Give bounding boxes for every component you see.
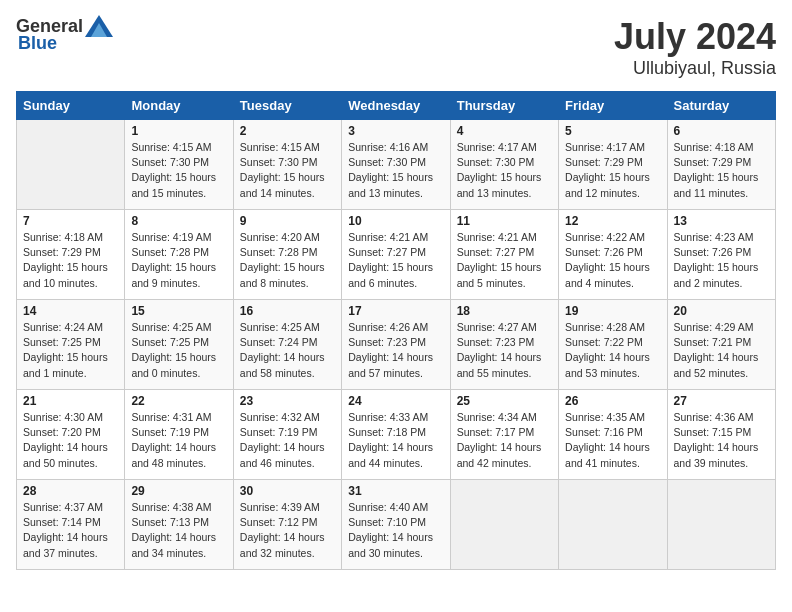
day-number: 20: [674, 304, 769, 318]
day-info: Sunrise: 4:35 AMSunset: 7:16 PMDaylight:…: [565, 410, 660, 471]
day-info: Sunrise: 4:26 AMSunset: 7:23 PMDaylight:…: [348, 320, 443, 381]
calendar-week-row: 21Sunrise: 4:30 AMSunset: 7:20 PMDayligh…: [17, 390, 776, 480]
calendar-cell: 26Sunrise: 4:35 AMSunset: 7:16 PMDayligh…: [559, 390, 667, 480]
calendar-table: SundayMondayTuesdayWednesdayThursdayFrid…: [16, 91, 776, 570]
logo-icon: [85, 15, 113, 37]
day-info: Sunrise: 4:39 AMSunset: 7:12 PMDaylight:…: [240, 500, 335, 561]
day-number: 31: [348, 484, 443, 498]
day-info: Sunrise: 4:20 AMSunset: 7:28 PMDaylight:…: [240, 230, 335, 291]
calendar-cell: 3Sunrise: 4:16 AMSunset: 7:30 PMDaylight…: [342, 120, 450, 210]
calendar-cell: 7Sunrise: 4:18 AMSunset: 7:29 PMDaylight…: [17, 210, 125, 300]
day-info: Sunrise: 4:23 AMSunset: 7:26 PMDaylight:…: [674, 230, 769, 291]
calendar-cell: 18Sunrise: 4:27 AMSunset: 7:23 PMDayligh…: [450, 300, 558, 390]
day-number: 27: [674, 394, 769, 408]
calendar-cell: 16Sunrise: 4:25 AMSunset: 7:24 PMDayligh…: [233, 300, 341, 390]
day-number: 22: [131, 394, 226, 408]
weekday-header-thursday: Thursday: [450, 92, 558, 120]
day-number: 13: [674, 214, 769, 228]
day-info: Sunrise: 4:15 AMSunset: 7:30 PMDaylight:…: [240, 140, 335, 201]
calendar-cell: 5Sunrise: 4:17 AMSunset: 7:29 PMDaylight…: [559, 120, 667, 210]
day-number: 1: [131, 124, 226, 138]
calendar-cell: [450, 480, 558, 570]
calendar-cell: 1Sunrise: 4:15 AMSunset: 7:30 PMDaylight…: [125, 120, 233, 210]
calendar-cell: 11Sunrise: 4:21 AMSunset: 7:27 PMDayligh…: [450, 210, 558, 300]
day-number: 14: [23, 304, 118, 318]
weekday-header-saturday: Saturday: [667, 92, 775, 120]
logo-blue: Blue: [18, 33, 57, 54]
weekday-header-wednesday: Wednesday: [342, 92, 450, 120]
day-info: Sunrise: 4:27 AMSunset: 7:23 PMDaylight:…: [457, 320, 552, 381]
calendar-cell: 29Sunrise: 4:38 AMSunset: 7:13 PMDayligh…: [125, 480, 233, 570]
day-info: Sunrise: 4:16 AMSunset: 7:30 PMDaylight:…: [348, 140, 443, 201]
calendar-cell: 12Sunrise: 4:22 AMSunset: 7:26 PMDayligh…: [559, 210, 667, 300]
location-title: Ullubiyaul, Russia: [614, 58, 776, 79]
day-number: 4: [457, 124, 552, 138]
calendar-week-row: 28Sunrise: 4:37 AMSunset: 7:14 PMDayligh…: [17, 480, 776, 570]
day-info: Sunrise: 4:22 AMSunset: 7:26 PMDaylight:…: [565, 230, 660, 291]
day-number: 26: [565, 394, 660, 408]
day-info: Sunrise: 4:32 AMSunset: 7:19 PMDaylight:…: [240, 410, 335, 471]
calendar-cell: [667, 480, 775, 570]
day-info: Sunrise: 4:17 AMSunset: 7:29 PMDaylight:…: [565, 140, 660, 201]
day-info: Sunrise: 4:19 AMSunset: 7:28 PMDaylight:…: [131, 230, 226, 291]
day-info: Sunrise: 4:28 AMSunset: 7:22 PMDaylight:…: [565, 320, 660, 381]
calendar-cell: 25Sunrise: 4:34 AMSunset: 7:17 PMDayligh…: [450, 390, 558, 480]
calendar-cell: 9Sunrise: 4:20 AMSunset: 7:28 PMDaylight…: [233, 210, 341, 300]
day-number: 30: [240, 484, 335, 498]
day-number: 21: [23, 394, 118, 408]
calendar-cell: 23Sunrise: 4:32 AMSunset: 7:19 PMDayligh…: [233, 390, 341, 480]
day-info: Sunrise: 4:40 AMSunset: 7:10 PMDaylight:…: [348, 500, 443, 561]
day-number: 3: [348, 124, 443, 138]
day-info: Sunrise: 4:25 AMSunset: 7:24 PMDaylight:…: [240, 320, 335, 381]
day-info: Sunrise: 4:34 AMSunset: 7:17 PMDaylight:…: [457, 410, 552, 471]
day-info: Sunrise: 4:15 AMSunset: 7:30 PMDaylight:…: [131, 140, 226, 201]
day-number: 28: [23, 484, 118, 498]
calendar-cell: 8Sunrise: 4:19 AMSunset: 7:28 PMDaylight…: [125, 210, 233, 300]
day-number: 2: [240, 124, 335, 138]
calendar-cell: 30Sunrise: 4:39 AMSunset: 7:12 PMDayligh…: [233, 480, 341, 570]
day-number: 18: [457, 304, 552, 318]
day-number: 6: [674, 124, 769, 138]
day-info: Sunrise: 4:18 AMSunset: 7:29 PMDaylight:…: [23, 230, 118, 291]
calendar-cell: 21Sunrise: 4:30 AMSunset: 7:20 PMDayligh…: [17, 390, 125, 480]
day-number: 8: [131, 214, 226, 228]
weekday-header-monday: Monday: [125, 92, 233, 120]
day-info: Sunrise: 4:29 AMSunset: 7:21 PMDaylight:…: [674, 320, 769, 381]
calendar-cell: 4Sunrise: 4:17 AMSunset: 7:30 PMDaylight…: [450, 120, 558, 210]
calendar-cell: 10Sunrise: 4:21 AMSunset: 7:27 PMDayligh…: [342, 210, 450, 300]
calendar-cell: 13Sunrise: 4:23 AMSunset: 7:26 PMDayligh…: [667, 210, 775, 300]
calendar-cell: 6Sunrise: 4:18 AMSunset: 7:29 PMDaylight…: [667, 120, 775, 210]
day-number: 19: [565, 304, 660, 318]
day-info: Sunrise: 4:38 AMSunset: 7:13 PMDaylight:…: [131, 500, 226, 561]
day-info: Sunrise: 4:36 AMSunset: 7:15 PMDaylight:…: [674, 410, 769, 471]
day-number: 17: [348, 304, 443, 318]
day-info: Sunrise: 4:21 AMSunset: 7:27 PMDaylight:…: [457, 230, 552, 291]
day-number: 7: [23, 214, 118, 228]
weekday-header-row: SundayMondayTuesdayWednesdayThursdayFrid…: [17, 92, 776, 120]
calendar-week-row: 14Sunrise: 4:24 AMSunset: 7:25 PMDayligh…: [17, 300, 776, 390]
day-info: Sunrise: 4:37 AMSunset: 7:14 PMDaylight:…: [23, 500, 118, 561]
day-info: Sunrise: 4:25 AMSunset: 7:25 PMDaylight:…: [131, 320, 226, 381]
calendar-week-row: 7Sunrise: 4:18 AMSunset: 7:29 PMDaylight…: [17, 210, 776, 300]
calendar-cell: 24Sunrise: 4:33 AMSunset: 7:18 PMDayligh…: [342, 390, 450, 480]
day-number: 12: [565, 214, 660, 228]
calendar-week-row: 1Sunrise: 4:15 AMSunset: 7:30 PMDaylight…: [17, 120, 776, 210]
calendar-cell: 28Sunrise: 4:37 AMSunset: 7:14 PMDayligh…: [17, 480, 125, 570]
day-info: Sunrise: 4:30 AMSunset: 7:20 PMDaylight:…: [23, 410, 118, 471]
day-number: 10: [348, 214, 443, 228]
calendar-cell: 22Sunrise: 4:31 AMSunset: 7:19 PMDayligh…: [125, 390, 233, 480]
calendar-cell: 2Sunrise: 4:15 AMSunset: 7:30 PMDaylight…: [233, 120, 341, 210]
calendar-cell: 19Sunrise: 4:28 AMSunset: 7:22 PMDayligh…: [559, 300, 667, 390]
calendar-cell: [559, 480, 667, 570]
logo: General Blue: [16, 16, 113, 54]
day-number: 23: [240, 394, 335, 408]
day-number: 15: [131, 304, 226, 318]
day-info: Sunrise: 4:24 AMSunset: 7:25 PMDaylight:…: [23, 320, 118, 381]
weekday-header-tuesday: Tuesday: [233, 92, 341, 120]
calendar-cell: 15Sunrise: 4:25 AMSunset: 7:25 PMDayligh…: [125, 300, 233, 390]
day-number: 29: [131, 484, 226, 498]
day-info: Sunrise: 4:18 AMSunset: 7:29 PMDaylight:…: [674, 140, 769, 201]
calendar-cell: [17, 120, 125, 210]
day-info: Sunrise: 4:31 AMSunset: 7:19 PMDaylight:…: [131, 410, 226, 471]
page-header: General Blue July 2024 Ullubiyaul, Russi…: [16, 16, 776, 79]
